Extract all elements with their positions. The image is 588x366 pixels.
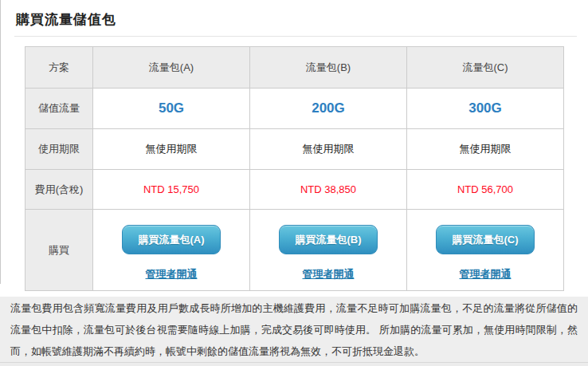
table-row-price: 費用(含稅) NTD 15,750 NTD 38,850 NTD 56,700: [25, 170, 564, 210]
price-value-c: NTD 56,700: [457, 183, 513, 195]
table-row-period: 使用期限 無使用期限 無使用期限 無使用期限: [25, 129, 564, 170]
table-row-volume: 儲值流量 50G 200G 300G: [25, 89, 564, 129]
page-left-border: [0, 0, 1, 284]
table-header-row: 方案 流量包(A) 流量包(B) 流量包(C): [25, 47, 564, 89]
table-row-purchase: 購買 購買流量包(A) 管理者開通 購買流量包(B) 管理者開通 購買流量包(C…: [25, 210, 564, 291]
volume-value-b: 200G: [312, 100, 345, 116]
row-header-purchase: 購買: [25, 210, 93, 291]
buy-plan-a-button[interactable]: 購買流量包(A): [122, 225, 221, 254]
admin-activate-link-b[interactable]: 管理者開通: [303, 267, 355, 281]
col-header-plan-c: 流量包(C): [407, 47, 564, 89]
col-header-plan-a: 流量包(A): [93, 47, 250, 89]
col-header-plan-b: 流量包(B): [250, 47, 407, 89]
row-header-price: 費用(含稅): [25, 170, 93, 210]
page-title: 購買流量儲值包: [16, 10, 577, 29]
price-cell-b: NTD 38,850: [250, 170, 407, 210]
row-header-plan: 方案: [25, 47, 93, 89]
title-section: 購買流量儲值包: [14, 0, 577, 37]
footer-note: 流量包費用包含頻寬流量費用及用戶數成長時所增加的主機維護費用，流量不足時可加購流…: [0, 297, 588, 363]
price-value-b: NTD 38,850: [300, 183, 356, 195]
purchase-cell-c: 購買流量包(C) 管理者開通: [407, 210, 564, 291]
bottom-section-edge: [0, 362, 588, 366]
buy-plan-b-button[interactable]: 購買流量包(B): [279, 225, 378, 254]
purchase-cell-a: 購買流量包(A) 管理者開通: [93, 210, 250, 291]
row-header-volume: 儲值流量: [25, 89, 93, 129]
period-cell-b: 無使用期限: [250, 129, 407, 170]
volume-value-a: 50G: [159, 100, 184, 116]
volume-cell-a: 50G: [93, 89, 250, 129]
pricing-table: 方案 流量包(A) 流量包(B) 流量包(C) 儲值流量 50G 200G 30…: [25, 46, 564, 291]
volume-cell-c: 300G: [407, 89, 564, 129]
admin-activate-link-a[interactable]: 管理者開通: [146, 267, 198, 281]
period-cell-c: 無使用期限: [407, 129, 564, 170]
price-cell-a: NTD 15,750: [93, 170, 250, 210]
volume-cell-b: 200G: [250, 89, 407, 129]
admin-activate-link-c[interactable]: 管理者開通: [460, 267, 512, 281]
period-cell-a: 無使用期限: [93, 129, 250, 170]
buy-plan-c-button[interactable]: 購買流量包(C): [436, 225, 535, 254]
purchase-cell-b: 購買流量包(B) 管理者開通: [250, 210, 407, 291]
price-cell-c: NTD 56,700: [407, 170, 564, 210]
price-value-a: NTD 15,750: [143, 183, 199, 195]
row-header-period: 使用期限: [25, 129, 93, 170]
volume-value-c: 300G: [468, 100, 502, 116]
